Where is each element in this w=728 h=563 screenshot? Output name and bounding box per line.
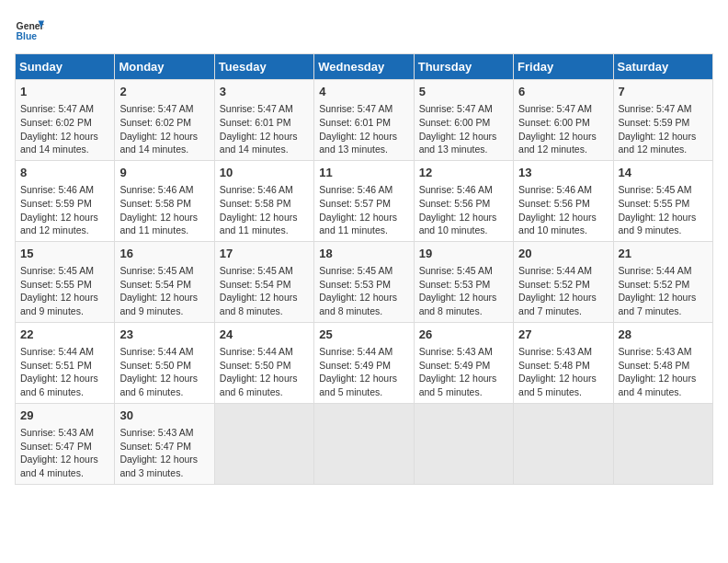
day-number: 26 [419,327,508,343]
calendar-cell: 7Sunrise: 5:47 AMSunset: 5:59 PMDaylight… [613,80,712,161]
sunrise: Sunrise: 5:45 AM [419,265,493,276]
day-number: 1 [20,84,109,100]
day-number: 22 [20,327,109,343]
daylight: Daylight: 12 hours and 9 minutes. [619,212,697,236]
sunrise: Sunrise: 5:46 AM [20,184,94,195]
sunset: Sunset: 5:56 PM [419,198,491,209]
day-number: 13 [518,165,608,181]
sunrise: Sunrise: 5:47 AM [319,103,392,114]
sunrise: Sunrise: 5:44 AM [319,346,392,357]
sunset: Sunset: 5:47 PM [119,441,191,452]
daylight: Daylight: 12 hours and 13 minutes. [319,131,397,155]
day-header-saturday: Saturday [613,54,712,80]
calendar-cell: 19Sunrise: 5:45 AMSunset: 5:53 PMDayligh… [414,241,513,322]
daylight: Daylight: 12 hours and 4 minutes. [20,454,98,478]
calendar-cell: 5Sunrise: 5:47 AMSunset: 6:00 PMDaylight… [414,80,513,161]
calendar-cell: 3Sunrise: 5:47 AMSunset: 6:01 PMDaylight… [214,80,313,161]
calendar-cell [613,403,712,484]
sunrise: Sunrise: 5:46 AM [419,184,493,195]
sunset: Sunset: 5:59 PM [619,117,690,128]
calendar-cell: 21Sunrise: 5:44 AMSunset: 5:52 PMDayligh… [613,241,712,322]
day-header-friday: Friday [514,54,613,80]
day-number: 18 [319,246,408,262]
daylight: Daylight: 12 hours and 5 minutes. [319,373,397,397]
daylight: Daylight: 12 hours and 7 minutes. [619,292,697,316]
daylight: Daylight: 12 hours and 11 minutes. [119,212,198,236]
day-number: 12 [419,165,508,181]
sunrise: Sunrise: 5:45 AM [20,265,94,276]
calendar-cell: 2Sunrise: 5:47 AMSunset: 6:02 PMDaylight… [115,80,214,161]
day-header-wednesday: Wednesday [314,54,414,80]
calendar-cell: 12Sunrise: 5:46 AMSunset: 5:56 PMDayligh… [414,160,513,241]
daylight: Daylight: 12 hours and 5 minutes. [419,373,497,397]
sunset: Sunset: 5:53 PM [319,279,391,290]
day-number: 4 [319,84,408,100]
svg-text:Blue: Blue [17,31,38,41]
sunset: Sunset: 5:59 PM [20,198,92,209]
calendar-cell: 17Sunrise: 5:45 AMSunset: 5:54 PMDayligh… [214,241,313,322]
day-number: 9 [119,165,209,181]
sunrise: Sunrise: 5:46 AM [518,184,592,195]
calendar-cell: 10Sunrise: 5:46 AMSunset: 5:58 PMDayligh… [214,160,313,241]
calendar-cell [214,403,313,484]
daylight: Daylight: 12 hours and 8 minutes. [220,292,298,316]
day-header-thursday: Thursday [414,54,513,80]
calendar-header-row: SundayMondayTuesdayWednesdayThursdayFrid… [16,54,713,80]
sunrise: Sunrise: 5:47 AM [419,103,493,114]
sunrise: Sunrise: 5:47 AM [518,103,592,114]
sunset: Sunset: 6:01 PM [319,117,391,128]
calendar-cell: 18Sunrise: 5:45 AMSunset: 5:53 PMDayligh… [314,241,414,322]
sunrise: Sunrise: 5:44 AM [20,346,94,357]
day-number: 15 [20,246,109,262]
sunset: Sunset: 6:00 PM [419,117,491,128]
daylight: Daylight: 12 hours and 6 minutes. [119,373,198,397]
daylight: Daylight: 12 hours and 10 minutes. [518,212,597,236]
daylight: Daylight: 12 hours and 13 minutes. [419,131,497,155]
sunset: Sunset: 5:50 PM [220,360,291,371]
daylight: Daylight: 12 hours and 12 minutes. [518,131,597,155]
sunset: Sunset: 5:50 PM [119,360,191,371]
day-number: 29 [20,408,109,424]
day-number: 27 [518,327,608,343]
calendar-cell: 26Sunrise: 5:43 AMSunset: 5:49 PMDayligh… [414,322,513,403]
sunrise: Sunrise: 5:45 AM [619,184,692,195]
calendar-cell [314,403,414,484]
day-number: 23 [119,327,209,343]
day-header-monday: Monday [115,54,214,80]
day-number: 28 [619,327,708,343]
sunrise: Sunrise: 5:43 AM [20,427,94,438]
daylight: Daylight: 12 hours and 9 minutes. [119,292,198,316]
sunrise: Sunrise: 5:45 AM [220,265,293,276]
day-number: 2 [119,84,209,100]
calendar-week-1: 1Sunrise: 5:47 AMSunset: 6:02 PMDaylight… [16,80,713,161]
calendar-cell: 11Sunrise: 5:46 AMSunset: 5:57 PMDayligh… [314,160,414,241]
sunrise: Sunrise: 5:43 AM [119,427,193,438]
calendar-table: SundayMondayTuesdayWednesdayThursdayFrid… [15,53,713,485]
sunrise: Sunrise: 5:43 AM [419,346,493,357]
calendar-cell: 25Sunrise: 5:44 AMSunset: 5:49 PMDayligh… [314,322,414,403]
sunrise: Sunrise: 5:44 AM [119,346,193,357]
daylight: Daylight: 12 hours and 3 minutes. [119,454,198,478]
sunset: Sunset: 5:52 PM [619,279,690,290]
sunset: Sunset: 5:57 PM [319,198,391,209]
sunset: Sunset: 6:02 PM [119,117,191,128]
day-number: 19 [419,246,508,262]
sunset: Sunset: 5:58 PM [119,198,191,209]
sunset: Sunset: 5:47 PM [20,441,92,452]
sunrise: Sunrise: 5:47 AM [20,103,94,114]
sunrise: Sunrise: 5:44 AM [518,265,592,276]
daylight: Daylight: 12 hours and 12 minutes. [619,131,697,155]
daylight: Daylight: 12 hours and 14 minutes. [220,131,298,155]
day-number: 5 [419,84,508,100]
calendar-cell: 15Sunrise: 5:45 AMSunset: 5:55 PMDayligh… [16,241,115,322]
logo: General Blue [15,15,44,44]
sunset: Sunset: 6:00 PM [518,117,590,128]
calendar-cell: 8Sunrise: 5:46 AMSunset: 5:59 PMDaylight… [16,160,115,241]
day-number: 14 [619,165,708,181]
calendar-week-5: 29Sunrise: 5:43 AMSunset: 5:47 PMDayligh… [16,403,713,484]
sunrise: Sunrise: 5:46 AM [119,184,193,195]
sunrise: Sunrise: 5:44 AM [619,265,692,276]
sunset: Sunset: 5:48 PM [619,360,690,371]
sunrise: Sunrise: 5:44 AM [220,346,293,357]
calendar-cell: 28Sunrise: 5:43 AMSunset: 5:48 PMDayligh… [613,322,712,403]
